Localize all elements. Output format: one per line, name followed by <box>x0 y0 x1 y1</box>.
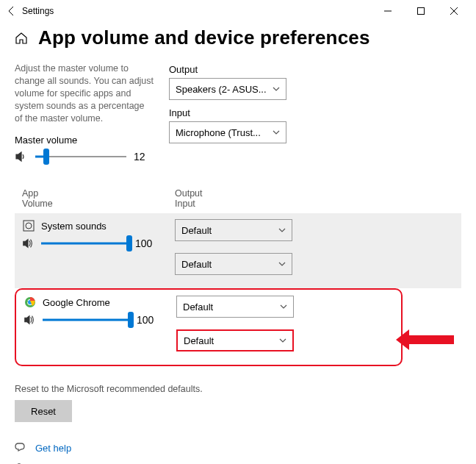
app-volume-value: 100 <box>135 238 156 249</box>
col-app: App <box>22 188 175 199</box>
chevron-down-icon <box>273 129 280 136</box>
output-select[interactable]: Speakers (2- ASUS... <box>169 78 286 100</box>
app-output-select[interactable]: Default <box>175 219 292 241</box>
home-icon[interactable] <box>15 32 28 45</box>
master-volume-label: Master volume <box>15 135 154 146</box>
chevron-down-icon <box>273 85 280 93</box>
speaker-icon[interactable] <box>15 150 28 163</box>
speaker-icon[interactable] <box>22 238 35 249</box>
app-name: System sounds <box>41 221 107 232</box>
speaker-icon[interactable] <box>24 314 37 326</box>
app-output-select[interactable]: Default <box>176 296 294 318</box>
input-label: Input <box>169 107 461 118</box>
svg-rect-4 <box>24 221 34 231</box>
input-select[interactable]: Microphone (Trust... <box>169 121 286 143</box>
page-title: App volume and device preferences <box>38 26 370 49</box>
svg-point-5 <box>26 223 32 229</box>
system-sounds-icon <box>22 219 35 232</box>
chevron-down-icon <box>280 303 287 310</box>
app-row-google-chrome: Google Chrome 100 Default <box>16 290 401 365</box>
minimize-button[interactable] <box>371 0 404 22</box>
output-label: Output <box>169 64 461 75</box>
col-input: Input <box>175 199 461 209</box>
reset-description: Reset to the Microsoft recommended defau… <box>15 384 461 394</box>
app-name: Google Chrome <box>43 297 110 308</box>
titlebar: Settings <box>0 0 476 22</box>
table-header: App Volume Output Input <box>15 184 461 213</box>
chevron-down-icon <box>278 226 286 234</box>
app-volume-slider[interactable] <box>43 313 131 326</box>
annotation-highlight: Google Chrome 100 Default <box>15 288 403 366</box>
output-selected: Speakers (2- ASUS... <box>176 84 273 95</box>
app-row-system-sounds: System sounds 100 Default Default <box>15 213 461 288</box>
app-volume-value: 100 <box>137 314 157 326</box>
input-selected: Microphone (Trust... <box>176 127 273 138</box>
back-button[interactable] <box>6 5 22 17</box>
svg-rect-1 <box>417 8 424 15</box>
close-button[interactable] <box>437 0 470 22</box>
chevron-down-icon <box>278 260 286 268</box>
app-input-select[interactable]: Default <box>176 329 294 351</box>
chevron-down-icon <box>279 337 286 344</box>
get-help-link[interactable]: Get help <box>35 443 71 454</box>
col-output: Output <box>175 188 461 199</box>
window-title: Settings <box>22 6 371 16</box>
help-icon <box>15 441 28 454</box>
maximize-button[interactable] <box>404 0 437 22</box>
col-volume: Volume <box>22 199 175 209</box>
page-description: Adjust the master volume to change all s… <box>15 63 154 124</box>
master-volume-value: 12 <box>134 151 154 163</box>
annotation-arrow <box>408 335 454 344</box>
app-volume-slider[interactable] <box>41 237 129 250</box>
reset-button[interactable]: Reset <box>15 400 72 422</box>
app-input-select[interactable]: Default <box>175 253 292 275</box>
chrome-icon <box>24 296 37 309</box>
master-volume-slider[interactable] <box>35 150 126 163</box>
